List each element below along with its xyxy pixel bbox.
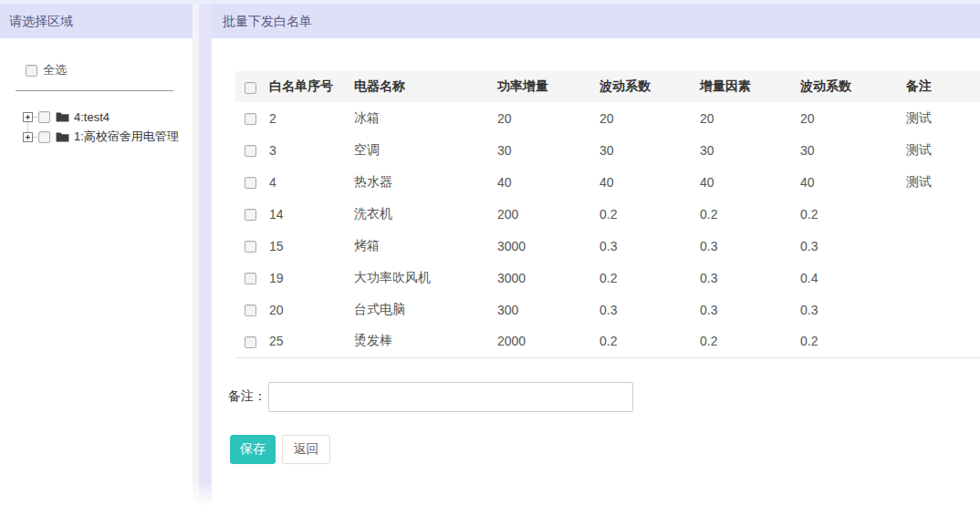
region-tree: 4:test4 1:高校宿舍用电管理 [23, 107, 193, 147]
row-checkbox[interactable] [245, 241, 256, 253]
row-checkbox-cell [235, 102, 263, 134]
table-row: 20台式电脑3000.30.30.3 [235, 294, 980, 325]
cell-appliance: 大功率吹风机 [348, 262, 491, 294]
cell-power-inc: 30 [491, 134, 593, 166]
remark-row: 备注： [228, 382, 980, 412]
cell-fluct-coef2: 30 [794, 134, 900, 166]
tree-node-checkbox[interactable] [38, 111, 50, 123]
cell-appliance: 冰箱 [348, 102, 491, 134]
tree-node-campus[interactable]: 1:高校宿舍用电管理 [23, 127, 193, 147]
cell-appliance: 烫发棒 [348, 325, 491, 357]
tree-node-test4[interactable]: 4:test4 [23, 107, 193, 127]
cell-remark: 测试 [900, 134, 980, 166]
region-sidebar: 请选择区域 全选 4:test4 [0, 4, 193, 506]
cell-fluct-coef: 0.3 [593, 294, 693, 325]
action-buttons: 保存 返回 [230, 435, 980, 464]
cell-inc-factor: 0.3 [693, 230, 794, 262]
row-checkbox-cell [235, 198, 263, 230]
col-header-fluct-coef2: 波动系数 [794, 71, 900, 102]
cell-fluct-coef2: 0.2 [794, 325, 900, 357]
cell-fluct-coef2: 40 [794, 166, 900, 198]
select-all-rows-checkbox[interactable] [245, 82, 256, 94]
row-checkbox[interactable] [245, 177, 256, 189]
table-row: 3空调30303030测试 [235, 134, 980, 166]
tree-node-label[interactable]: 1:高校宿舍用电管理 [74, 129, 179, 145]
table-row: 4热水器40404040测试 [235, 166, 980, 198]
cell-fluct-coef2: 20 [794, 102, 900, 134]
sidebar-title: 请选择区域 [0, 4, 193, 38]
page-title: 批量下发白名单 [212, 4, 980, 38]
cell-inc-factor: 30 [693, 134, 794, 166]
back-button[interactable]: 返回 [282, 435, 330, 464]
row-checkbox[interactable] [245, 273, 256, 284]
row-checkbox-cell [235, 230, 263, 262]
cell-appliance: 空调 [348, 134, 491, 166]
cell-serial: 2 [263, 102, 348, 134]
tree-node-label[interactable]: 4:test4 [74, 110, 109, 124]
cell-remark [900, 198, 980, 230]
table-body: 2冰箱20202020测试3空调30303030测试4热水器40404040测试… [235, 102, 980, 357]
cell-power-inc: 40 [491, 166, 593, 198]
col-header-serial: 白名单序号 [263, 71, 348, 102]
cell-fluct-coef: 0.2 [593, 325, 693, 357]
cell-remark [900, 262, 980, 294]
whitelist-table-wrap: 白名单序号 电器名称 功率增量 波动系数 增量因素 波动系数 备注 2冰箱202… [235, 71, 980, 358]
cell-inc-factor: 40 [693, 166, 794, 198]
select-all-row: 全选 [26, 63, 193, 77]
cell-fluct-coef2: 0.3 [794, 230, 900, 262]
tree-dotted-link [33, 117, 37, 118]
cell-fluct-coef2: 0.3 [794, 294, 900, 325]
row-checkbox-cell [235, 166, 263, 198]
cell-serial: 25 [263, 325, 348, 357]
remark-input[interactable] [268, 382, 633, 412]
cell-inc-factor: 0.2 [693, 325, 794, 357]
cell-remark: 测试 [900, 166, 980, 198]
table-row: 19大功率吹风机30000.20.30.4 [235, 262, 980, 294]
expand-plus-icon[interactable] [23, 112, 33, 122]
cell-appliance: 台式电脑 [348, 294, 491, 325]
row-checkbox-cell [235, 134, 263, 166]
cell-remark: 测试 [900, 102, 980, 134]
whitelist-panel: 批量下发白名单 白名单序号 电器名称 功率增量 波动系数 增量因素 波动系数 [212, 4, 980, 506]
cell-appliance: 热水器 [348, 166, 491, 198]
table-row: 15烤箱30000.30.30.3 [235, 230, 980, 262]
cell-inc-factor: 0.3 [693, 294, 794, 325]
cell-fluct-coef: 30 [593, 134, 693, 166]
expand-plus-icon[interactable] [23, 132, 33, 142]
cell-inc-factor: 0.2 [693, 198, 794, 230]
cell-power-inc: 3000 [491, 230, 593, 262]
row-checkbox-cell [235, 325, 263, 357]
save-button[interactable]: 保存 [230, 435, 276, 464]
row-checkbox[interactable] [245, 113, 256, 125]
cell-power-inc: 2000 [491, 325, 593, 357]
row-checkbox[interactable] [245, 145, 256, 157]
table-header-row: 白名单序号 电器名称 功率增量 波动系数 增量因素 波动系数 备注 [235, 71, 980, 102]
cell-remark [900, 294, 980, 325]
row-checkbox[interactable] [245, 336, 256, 348]
cell-power-inc: 20 [491, 102, 593, 134]
sidebar-divider [16, 90, 173, 91]
folder-icon [56, 111, 69, 122]
row-checkbox[interactable] [245, 305, 256, 316]
col-header-appliance: 电器名称 [348, 71, 491, 102]
cell-serial: 14 [263, 198, 348, 230]
table-row: 14洗衣机2000.20.20.2 [235, 198, 980, 230]
cell-serial: 20 [263, 294, 348, 325]
cell-power-inc: 300 [491, 294, 593, 325]
cell-fluct-coef2: 0.4 [794, 262, 900, 294]
row-checkbox[interactable] [245, 209, 256, 221]
col-header-inc-factor: 增量因素 [693, 71, 794, 102]
panel-gap [193, 4, 212, 506]
table-row: 2冰箱20202020测试 [235, 102, 980, 134]
tree-node-checkbox[interactable] [38, 131, 50, 143]
select-all-label: 全选 [43, 62, 67, 78]
page: 请选择区域 全选 4:test4 [0, 0, 980, 506]
select-all-checkbox[interactable] [26, 65, 37, 77]
cell-fluct-coef: 0.3 [593, 230, 693, 262]
cell-remark [900, 230, 980, 262]
cell-inc-factor: 20 [693, 102, 794, 134]
cell-serial: 4 [263, 166, 348, 198]
table-row: 25烫发棒20000.20.20.2 [235, 325, 980, 357]
cell-fluct-coef2: 0.2 [794, 198, 900, 230]
cell-fluct-coef: 0.2 [593, 262, 693, 294]
